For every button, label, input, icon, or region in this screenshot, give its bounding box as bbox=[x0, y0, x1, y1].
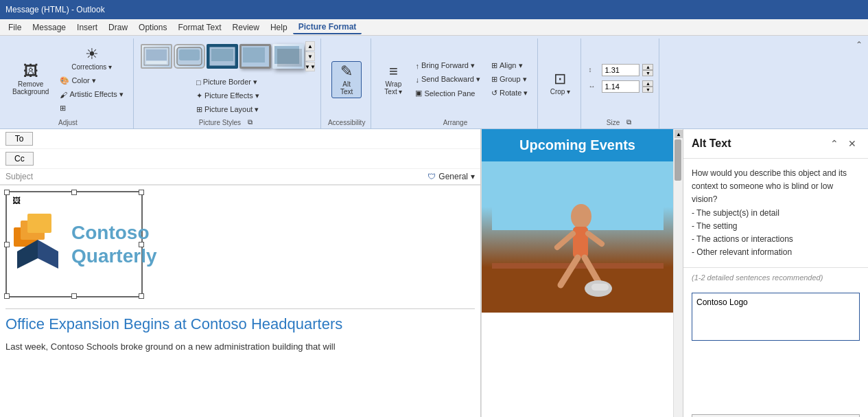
bring-forward-icon: ↑ bbox=[415, 62, 419, 70]
selection-pane-button[interactable]: ▣ Selection Pane bbox=[411, 87, 484, 100]
handle-top-left[interactable] bbox=[4, 190, 10, 195]
picture-effects-button[interactable]: ✦ Picture Effects ▾ bbox=[192, 89, 263, 102]
collapse-panel-button[interactable]: ⌃ bbox=[827, 136, 842, 151]
height-up[interactable]: ▲ bbox=[642, 64, 653, 70]
generate-alt-text-button[interactable]: Generate alt text for me bbox=[692, 414, 860, 417]
bring-forward-label: Bring Forward ▾ bbox=[421, 61, 475, 70]
align-button[interactable]: ⊞ Align ▾ bbox=[487, 59, 532, 72]
height-down[interactable]: ▼ bbox=[642, 70, 653, 76]
ribbon-group-arrange: ≡ WrapText ▾ ↑ Bring Forward ▾ ↓ Send Ba… bbox=[373, 38, 538, 128]
scroll-up-btn[interactable]: ▲ bbox=[675, 130, 683, 138]
menu-draw[interactable]: Draw bbox=[103, 21, 133, 34]
artistic-effects-button[interactable]: 🖌 Artistic Effects ▾ bbox=[56, 88, 128, 101]
menu-review[interactable]: Review bbox=[227, 21, 265, 34]
picture-styles-dialog-btn[interactable]: ⧉ bbox=[244, 116, 257, 128]
logo-line1: Contoso bbox=[71, 221, 157, 245]
handle-bot-left[interactable] bbox=[4, 293, 10, 299]
svg-point-19 bbox=[571, 204, 591, 229]
style-thumb-1[interactable] bbox=[141, 44, 172, 69]
alt-text-button[interactable]: ✎ AltText bbox=[331, 61, 362, 98]
email-content: Office Expansion Begins at Contoso Headq… bbox=[5, 308, 475, 353]
scroll-bar[interactable]: ▲ ▼ bbox=[673, 129, 683, 417]
crop-button[interactable]: ⊡ Crop ▾ bbox=[545, 69, 575, 98]
alt-text-textarea[interactable]: Contoso Logo bbox=[692, 293, 860, 341]
logo-inner: Contoso Quarterly bbox=[7, 192, 141, 296]
height-spinner: ▲ ▼ bbox=[642, 64, 653, 76]
svg-rect-18 bbox=[492, 263, 664, 269]
color-button[interactable]: 🎨 Color ▾ bbox=[56, 74, 128, 87]
alt-text-label: AltText bbox=[340, 80, 353, 95]
style-thumb-4[interactable] bbox=[239, 44, 271, 69]
svg-rect-10 bbox=[277, 49, 302, 67]
send-backward-button[interactable]: ↓ Send Backward ▾ bbox=[411, 73, 484, 86]
cc-input[interactable] bbox=[39, 154, 475, 164]
menu-options[interactable]: Options bbox=[133, 21, 172, 34]
handle-bot-mid[interactable] bbox=[71, 293, 77, 299]
style-scroll-up[interactable]: ▲ bbox=[305, 41, 315, 51]
alt-text-textarea-wrap: Contoso Logo bbox=[683, 287, 868, 409]
picture-effects-icon: ✦ bbox=[196, 91, 202, 100]
style-thumbnails-row: ▲ ▼ ▼▼ bbox=[141, 41, 315, 71]
collapse-ribbon-button[interactable]: ⌃ bbox=[853, 38, 865, 128]
size-dialog-btn[interactable]: ⧉ bbox=[622, 116, 635, 128]
rotate-button[interactable]: ↺ Rotate ▾ bbox=[487, 87, 532, 100]
send-backward-label: Send Backward ▾ bbox=[421, 75, 480, 84]
menu-insert[interactable]: Insert bbox=[71, 21, 103, 34]
picture-layout-button[interactable]: ⊞ Picture Layout ▾ bbox=[192, 103, 263, 116]
size-label: Size bbox=[607, 117, 620, 128]
style-scroll-more[interactable]: ▼▼ bbox=[305, 62, 315, 71]
menu-message[interactable]: Message bbox=[27, 21, 71, 34]
arrange-sub-col: ↑ Bring Forward ▾ ↓ Send Backward ▾ ▣ Se… bbox=[411, 59, 484, 100]
handle-mid-left[interactable] bbox=[4, 242, 10, 247]
svg-marker-15 bbox=[38, 240, 58, 269]
menu-file[interactable]: File bbox=[3, 21, 27, 34]
handle-top-mid[interactable] bbox=[71, 190, 77, 195]
crop-label: Crop ▾ bbox=[550, 88, 570, 95]
adjust-sub-col: ☀ Corrections ▾ 🎨 Color ▾ 🖌 Artistic Eff… bbox=[56, 44, 128, 115]
handle-bot-right[interactable] bbox=[139, 293, 144, 299]
style-grid bbox=[141, 44, 304, 69]
to-field-row: To bbox=[0, 129, 480, 149]
menu-format-text[interactable]: Format Text bbox=[172, 21, 226, 34]
width-up[interactable]: ▲ bbox=[642, 80, 653, 87]
scroll-thumb[interactable] bbox=[675, 139, 681, 181]
picture-border-button[interactable]: □ Picture Border ▾ bbox=[192, 76, 263, 89]
style-thumb-3[interactable] bbox=[207, 44, 238, 69]
wrap-text-icon: ≡ bbox=[389, 64, 398, 79]
menu-picture-format[interactable]: Picture Format bbox=[293, 21, 362, 34]
width-row: ↔ ▲ ▼ bbox=[588, 80, 653, 93]
to-input[interactable] bbox=[38, 134, 475, 144]
height-input[interactable] bbox=[602, 64, 640, 76]
style-scroll-down[interactable]: ▼ bbox=[305, 52, 315, 61]
svg-rect-1 bbox=[146, 49, 167, 60]
width-down[interactable]: ▼ bbox=[642, 87, 653, 93]
main-area: To Cc Subject 🛡 General ▾ bbox=[0, 129, 868, 417]
width-input[interactable] bbox=[602, 80, 640, 93]
to-button[interactable]: To bbox=[5, 132, 33, 146]
general-badge[interactable]: 🛡 General ▾ bbox=[427, 172, 475, 181]
arrange-label: Arrange bbox=[443, 117, 468, 128]
group-button[interactable]: ⊞ Group ▾ bbox=[487, 73, 532, 86]
general-dropdown-icon: ▾ bbox=[471, 172, 475, 181]
style-thumb-5[interactable] bbox=[272, 44, 304, 69]
style-thumb-2[interactable] bbox=[174, 44, 205, 69]
handle-top-right[interactable] bbox=[139, 190, 144, 195]
bring-forward-button[interactable]: ↑ Bring Forward ▾ bbox=[411, 59, 484, 72]
cc-button[interactable]: Cc bbox=[5, 152, 34, 166]
alt-text-panel-header: Alt Text ⌃ ✕ bbox=[683, 129, 868, 159]
logo-container[interactable]: 🖼 bbox=[5, 191, 143, 297]
remove-background-button[interactable]: 🖼 Remove Background bbox=[8, 61, 53, 98]
close-panel-button[interactable]: ✕ bbox=[845, 136, 860, 151]
menu-help[interactable]: Help bbox=[265, 21, 293, 34]
corrections-button[interactable]: ☀ Corrections ▾ bbox=[56, 44, 128, 74]
wrap-text-button[interactable]: ≡ WrapText ▾ bbox=[378, 61, 408, 98]
alt-text-item4: - Other relevant information bbox=[692, 246, 860, 259]
remove-bg-label: Remove Background bbox=[12, 80, 49, 95]
ribbon-group-crop: ⊡ Crop ▾ bbox=[539, 38, 581, 128]
handle-mid-right[interactable] bbox=[139, 242, 144, 247]
selection-pane-icon: ▣ bbox=[415, 89, 422, 98]
svg-rect-8 bbox=[243, 47, 265, 63]
rotate-icon: ↺ bbox=[491, 89, 497, 98]
picture-border-icon: □ bbox=[196, 78, 201, 87]
more-adjust-button[interactable]: ⊞ bbox=[56, 102, 128, 115]
